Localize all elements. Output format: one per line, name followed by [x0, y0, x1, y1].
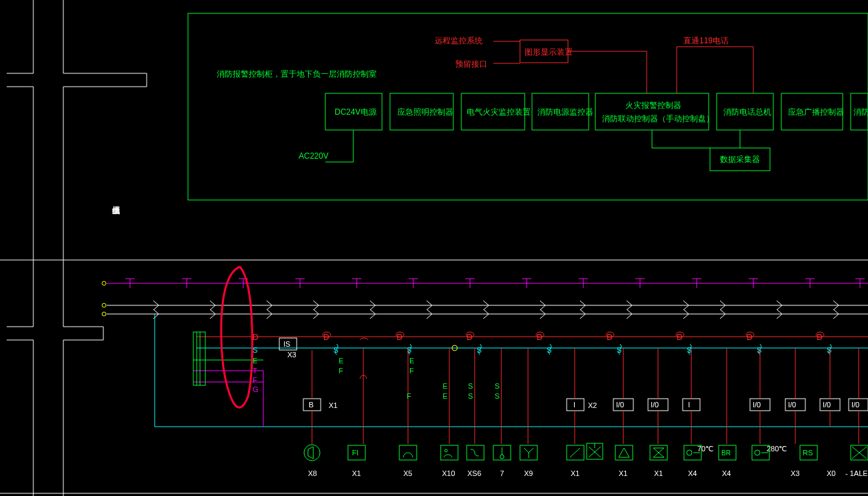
module-row: IS X3 B X1 I X2 I/0 I/0 I I/0 I/0 I/0 I/…: [263, 338, 868, 444]
row-boxes: DC24V电源 应急照明控制器 电气火灾监控装置 消防电源监控器 火灾报警控制器…: [325, 93, 868, 130]
svg-text:I/0: I/0: [651, 401, 659, 409]
svg-text:I/0: I/0: [823, 401, 831, 409]
svg-text:X4: X4: [722, 469, 731, 477]
display-device-label: 图形显示装置: [525, 47, 573, 57]
svg-text:E: E: [443, 392, 447, 400]
svg-rect-120: [193, 332, 205, 385]
svg-text:X4: X4: [688, 469, 697, 477]
svg-text:I/0: I/0: [616, 401, 624, 409]
control-panel: 消防报警控制柜，置于地下负一层消防控制室 远程监控系统 预留接口 直通119电话…: [188, 13, 868, 200]
trunking-label: 金属线槽: [112, 206, 120, 215]
svg-text:消防电话总机: 消防电话总机: [723, 107, 771, 117]
svg-text:X1: X1: [352, 469, 361, 477]
svg-rect-140: [683, 399, 700, 411]
svg-text:E: E: [253, 357, 257, 365]
svg-text:X1: X1: [571, 469, 579, 477]
svg-text:I/0: I/0: [753, 401, 761, 409]
direct-phone-label: 直通119电话: [683, 36, 729, 45]
reserve-port-label: 预留接口: [455, 59, 487, 69]
svg-text:应急照明控制器: 应急照明控制器: [397, 107, 453, 117]
svg-text:S: S: [495, 392, 499, 400]
svg-text:应急广播控制器: 应急广播控制器: [788, 107, 844, 117]
svg-text:X0: X0: [827, 469, 835, 477]
svg-text:电气火灾监控装置: 电气火灾监控装置: [467, 107, 531, 117]
svg-text:S: S: [253, 346, 257, 354]
svg-text:E: E: [409, 357, 414, 365]
svg-text:X2: X2: [588, 401, 597, 409]
svg-text:BR: BR: [721, 449, 731, 457]
svg-text:X1: X1: [619, 469, 627, 477]
svg-text:消防联动控制器（手动控制盘）: 消防联动控制器（手动控制盘）: [602, 114, 714, 123]
svg-text:I/0: I/0: [851, 401, 859, 409]
svg-text:X1: X1: [654, 469, 663, 477]
svg-text:I/0: I/0: [788, 401, 796, 409]
svg-text:D: D: [253, 333, 259, 342]
svg-text:F: F: [409, 367, 414, 375]
svg-point-222: [755, 450, 760, 455]
svg-text:S: S: [495, 382, 499, 390]
svg-text:X8: X8: [308, 469, 317, 477]
svg-text:X3: X3: [287, 351, 296, 359]
remote-system-label: 远程监控系统: [435, 36, 483, 45]
svg-text:70℃: 70℃: [697, 445, 713, 453]
svg-text:S: S: [468, 392, 473, 400]
cad-viewport[interactable]: 金属线槽 消防报警控制柜，置于地下负一层消防控制室 远程监控系统 预留接口 直通…: [0, 0, 868, 496]
svg-text:F: F: [339, 367, 343, 375]
svg-text:数据采集器: 数据采集器: [720, 155, 760, 164]
svg-text:X1: X1: [329, 401, 337, 409]
svg-text:F: F: [253, 376, 257, 384]
svg-text:280℃: 280℃: [767, 445, 787, 453]
svg-text:F: F: [407, 392, 411, 400]
svg-text:消防电: 消防电: [853, 107, 868, 117]
svg-rect-192: [441, 445, 458, 460]
svg-text:X10: X10: [442, 469, 455, 477]
svg-text:X5: X5: [403, 469, 412, 477]
panel-title: 消防报警控制柜，置于地下负一层消防控制室: [217, 69, 377, 79]
svg-text:S: S: [468, 382, 473, 390]
svg-text:7: 7: [500, 469, 504, 477]
svg-text:消防电源监控器: 消防电源监控器: [537, 107, 593, 117]
svg-text:XS6: XS6: [467, 469, 481, 477]
svg-text:RS: RS: [803, 449, 813, 457]
cad-svg: 金属线槽 消防报警控制柜，置于地下负一层消防控制室 远程监控系统 预留接口 直通…: [0, 0, 868, 496]
svg-text:- 1ALE1: - 1ALE1: [845, 469, 868, 477]
svg-point-51: [102, 303, 106, 307]
structure-lines: 金属线槽: [7, 0, 147, 496]
svg-text:G: G: [253, 385, 259, 393]
svg-text:AC220V: AC220V: [299, 151, 329, 161]
svg-text:FI: FI: [352, 449, 359, 457]
svg-text:DC24V电源: DC24V电源: [335, 107, 377, 117]
svg-rect-195: [467, 445, 484, 460]
svg-line-204: [570, 448, 580, 457]
svg-text:I: I: [573, 401, 575, 409]
device-symbols: X8 FI X1 X5 X10 XS6 7 X9 X1 X1: [304, 443, 868, 477]
svg-text:T: T: [253, 367, 257, 375]
svg-point-193: [445, 449, 447, 452]
svg-point-50: [102, 281, 106, 285]
svg-point-52: [102, 312, 106, 316]
svg-point-214: [687, 450, 692, 455]
svg-text:IS: IS: [283, 340, 290, 348]
annotation-oval: [221, 267, 253, 407]
svg-text:X9: X9: [524, 469, 533, 477]
svg-text:E: E: [339, 357, 343, 365]
svg-rect-33: [595, 93, 709, 130]
svg-text:B: B: [309, 401, 313, 409]
svg-text:I: I: [688, 401, 690, 409]
svg-rect-17: [188, 13, 868, 200]
svg-text:E: E: [443, 382, 447, 390]
svg-text:火灾报警控制器: 火灾报警控制器: [625, 101, 681, 110]
svg-text:X3: X3: [791, 469, 799, 477]
